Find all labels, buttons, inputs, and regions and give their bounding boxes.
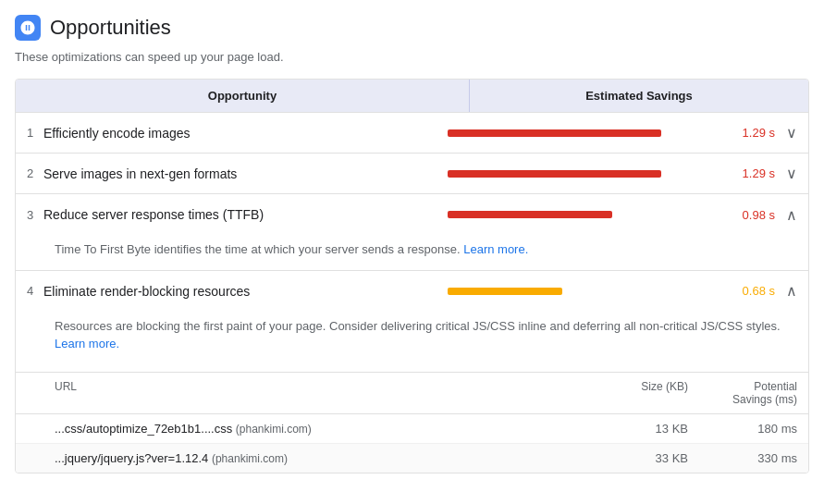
sub-size: 33 KB: [577, 451, 688, 465]
sub-table-row: ...jquery/jquery.js?ver=1.12.4 (phankimi…: [16, 444, 808, 473]
url-text: ...css/autoptimize_72eb1b1....css: [55, 422, 232, 436]
expand-chevron[interactable]: ∨: [782, 161, 801, 186]
url-text: ...jquery/jquery.js?ver=1.12.4: [55, 451, 208, 465]
savings-bar: [448, 288, 562, 295]
detail-text: Resources are blocking the first paint o…: [55, 319, 781, 333]
row-label: Efficiently encode images: [43, 117, 448, 150]
table-row: 4 Eliminate render-blocking resources 0.…: [16, 271, 808, 473]
row-num: 4: [16, 284, 43, 298]
bar-container: [448, 211, 721, 218]
savings-bar: [448, 211, 612, 218]
savings-value: 1.29 s: [729, 126, 775, 140]
domain-text: (phankimi.com): [212, 452, 288, 465]
sub-col-size-header: Size (KB): [577, 380, 688, 406]
row-right: 0.98 s ∧: [448, 203, 808, 227]
row-detail: Resources are blocking the first paint o…: [16, 312, 808, 364]
learn-more-link[interactable]: Learn more.: [463, 242, 528, 256]
opportunities-table: Opportunity Estimated Savings 1 Efficien…: [15, 79, 809, 473]
sub-size: 13 KB: [577, 422, 688, 436]
col-savings-header: Estimated Savings: [469, 80, 808, 112]
savings-bar: [448, 170, 661, 178]
row-label: Serve images in next-gen formats: [43, 157, 448, 191]
learn-more-link[interactable]: Learn more.: [55, 337, 119, 350]
row-right: 0.68 s ∧: [448, 278, 808, 303]
sub-table-header: URL Size (KB) PotentialSavings (ms): [16, 373, 808, 414]
icon-svg: [19, 19, 36, 36]
domain-text: (phankimi.com): [236, 423, 312, 436]
bar-container: [448, 170, 721, 178]
expand-chevron[interactable]: ∧: [782, 278, 801, 303]
row-main: 4 Eliminate render-blocking resources 0.…: [16, 271, 808, 312]
savings-value: 1.29 s: [729, 166, 775, 180]
page-title: Opportunities: [50, 16, 171, 40]
table-header: Opportunity Estimated Savings: [16, 80, 808, 113]
bar-container: [448, 129, 721, 137]
row-label: Reduce server response times (TTFB): [43, 198, 448, 231]
row-detail: Time To First Byte identifies the time a…: [16, 235, 808, 270]
opportunities-icon: [15, 15, 41, 41]
sub-url: ...css/autoptimize_72eb1b1....css (phank…: [16, 422, 577, 436]
bar-container: [448, 288, 721, 295]
row-num: 3: [16, 208, 43, 222]
row-main: 3 Reduce server response times (TTFB) 0.…: [16, 194, 808, 235]
row-num: 2: [16, 166, 43, 180]
expand-chevron[interactable]: ∧: [782, 203, 801, 227]
sub-table-row: ...css/autoptimize_72eb1b1....css (phank…: [16, 414, 808, 444]
sub-col-url-header: URL: [16, 380, 577, 406]
sub-potential: 180 ms: [688, 422, 808, 436]
table-row: 3 Reduce server response times (TTFB) 0.…: [16, 194, 808, 271]
row-label: Eliminate render-blocking resources: [43, 275, 448, 308]
table-row: 2 Serve images in next-gen formats 1.29 …: [16, 154, 808, 194]
row-num: 1: [16, 126, 43, 140]
expand-chevron[interactable]: ∨: [782, 120, 801, 145]
sub-potential: 330 ms: [688, 451, 808, 465]
savings-value: 0.98 s: [729, 208, 775, 222]
detail-text: Time To First Byte identifies the time a…: [55, 242, 461, 256]
row-right: 1.29 s ∨: [448, 120, 808, 145]
row-right: 1.29 s ∨: [448, 161, 808, 186]
sub-url: ...jquery/jquery.js?ver=1.12.4 (phankimi…: [16, 451, 577, 465]
page-header: Opportunities: [15, 15, 809, 41]
page-subtitle: These optimizations can speed up your pa…: [15, 50, 809, 64]
savings-bar: [448, 129, 661, 137]
sub-table: URL Size (KB) PotentialSavings (ms) ...c…: [16, 372, 808, 473]
sub-col-potential-header: PotentialSavings (ms): [688, 380, 808, 406]
table-row: 1 Efficiently encode images 1.29 s ∨: [16, 113, 808, 154]
col-opportunity-header: Opportunity: [16, 80, 469, 112]
savings-value: 0.68 s: [729, 284, 775, 298]
